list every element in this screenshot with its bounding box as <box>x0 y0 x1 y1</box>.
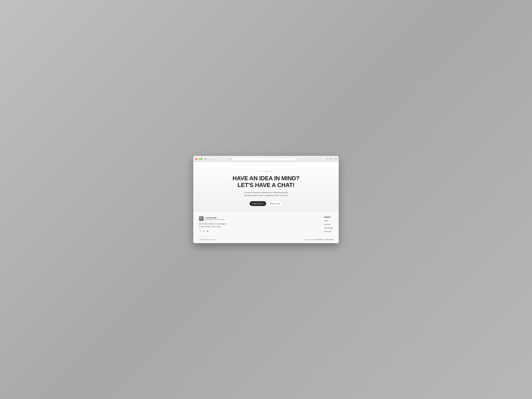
social-icons: 𝕏 in ▶ <box>199 230 227 233</box>
hero-subtitle: I'm always looking to collaborate on int… <box>244 191 288 197</box>
footer-bio: Somewhere between a web designer, a Fram… <box>199 223 227 228</box>
footer-built-by: Proudly built by Luca Da Corte for click… <box>304 239 333 240</box>
hero-title-line2: LET'S HAVE A CHAT! <box>237 182 295 188</box>
footer-left: L Luca Da Corte Web designer & Framer Ex… <box>199 216 227 232</box>
avatar-placeholder: L <box>199 216 204 221</box>
youtube-icon[interactable]: ▶ <box>207 230 209 233</box>
traffic-lights <box>195 158 202 160</box>
footer-main: L Luca Da Corte Web designer & Framer Ex… <box>199 216 333 233</box>
footer-section: L Luca Da Corte Web designer & Framer Ex… <box>193 212 339 243</box>
share-icon[interactable]: ⬆ <box>330 158 331 160</box>
cta-buttons: Copy Email ⧉ Book a Call <box>250 201 282 206</box>
linkedin-icon[interactable]: in <box>203 230 205 233</box>
sidebar-toggle-icon[interactable] <box>204 158 207 160</box>
author-name: Luca Da Corte <box>205 217 224 219</box>
hero-title-line1: HAVE AN IDEA IN MIND? <box>233 175 299 182</box>
author-avatar: L <box>199 216 204 221</box>
email-icon: ✉ <box>265 171 267 172</box>
copy-email-label: Copy Email <box>252 203 262 205</box>
footer-bottom: © 2024 All Rights Reserved. Proudly buil… <box>199 236 333 240</box>
page-content: ✉ HAVE AN IDEA IN MIND? LET'S HAVE A CHA… <box>193 162 339 243</box>
address-bar-area: ⊕ ↺ <box>229 157 299 161</box>
footer-bio-line2: a Framer Expert, and a surfer. <box>199 226 221 228</box>
email-decoration: ✉ <box>258 171 274 172</box>
browser-window: ⊕ ↺ ⊙ ⬆ + ⧉ ✉ HAVE AN IDEA I <box>193 156 339 243</box>
minimize-button[interactable] <box>198 158 200 160</box>
book-call-button[interactable]: Book a Call <box>267 201 282 206</box>
twitter-icon[interactable]: 𝕏 <box>199 230 202 233</box>
author-text-block: Luca Da Corte Web designer & Framer Expe… <box>205 217 224 220</box>
browser-controls <box>204 158 215 160</box>
nav-link-services[interactable]: Services <box>324 223 333 226</box>
new-tab-icon[interactable]: + <box>333 158 334 160</box>
browser-action-buttons: ⊙ ⬆ + ⧉ <box>327 158 337 160</box>
desktop-background: ⊕ ↺ ⊙ ⬆ + ⧉ ✉ HAVE AN IDEA I <box>0 0 532 399</box>
built-by-name-link[interactable]: Luca Da Corte <box>314 239 323 240</box>
close-button[interactable] <box>195 158 197 160</box>
built-by-site-link[interactable]: clicks.supply <box>325 239 333 240</box>
nav-link-about-me[interactable]: About Me <box>324 230 333 233</box>
copy-icon: ⧉ <box>263 203 264 204</box>
back-button[interactable] <box>208 158 211 160</box>
nav-link-testimonials[interactable]: Testimonials <box>324 227 333 230</box>
forward-button[interactable] <box>212 158 215 160</box>
hero-title: HAVE AN IDEA IN MIND? LET'S HAVE A CHAT! <box>233 175 299 188</box>
book-call-label: Book a Call <box>270 203 280 205</box>
security-icon: ⊕ <box>229 158 231 160</box>
author-info: L Luca Da Corte Web designer & Framer Ex… <box>199 216 227 221</box>
address-input[interactable] <box>232 157 297 161</box>
footer-nav: Explore Work Services Testimonials About… <box>324 216 333 233</box>
author-role: Web designer & Framer Expert <box>205 219 224 220</box>
footer-nav-title: Explore <box>324 216 333 218</box>
download-icon[interactable]: ⊙ <box>327 158 329 160</box>
tabs-icon[interactable]: ⧉ <box>336 158 337 160</box>
footer-copyright: © 2024 All Rights Reserved. <box>199 239 216 240</box>
copy-email-button[interactable]: Copy Email ⧉ <box>250 201 266 206</box>
nav-link-work[interactable]: Work <box>324 219 333 222</box>
built-by-prefix: Proudly built by <box>304 239 314 240</box>
built-by-middle: for <box>323 239 325 240</box>
browser-chrome: ⊕ ↺ ⊙ ⬆ + ⧉ <box>193 156 339 162</box>
footer-bio-line1: Somewhere between a web designer, <box>199 223 227 225</box>
hero-section: ✉ HAVE AN IDEA IN MIND? LET'S HAVE A CHA… <box>193 162 339 212</box>
refresh-button[interactable]: ↺ <box>298 158 299 160</box>
maximize-button[interactable] <box>201 158 202 160</box>
